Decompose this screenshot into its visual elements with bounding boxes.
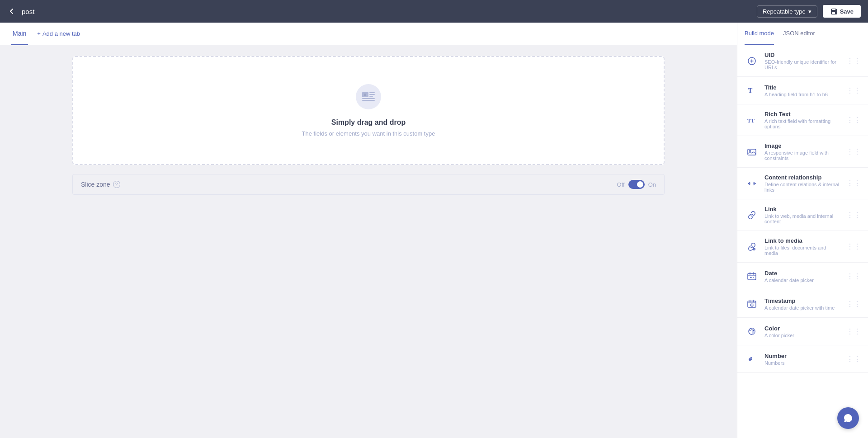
field-name-title: Title bbox=[764, 84, 841, 91]
field-drag-timestamp[interactable]: ⋮⋮ bbox=[846, 300, 861, 308]
field-desc-title: A heading field from h1 to h6 bbox=[764, 92, 841, 97]
page-title: post bbox=[22, 8, 34, 15]
svg-point-12 bbox=[753, 248, 755, 250]
field-name-content-relationship: Content relationship bbox=[764, 174, 841, 181]
svg-point-14 bbox=[750, 277, 751, 278]
svg-rect-2 bbox=[369, 92, 375, 93]
field-drag-uid[interactable]: ⋮⋮ bbox=[846, 57, 861, 65]
svg-text:TT: TT bbox=[747, 118, 755, 124]
field-name-link: Link bbox=[764, 206, 841, 212]
number-icon: # bbox=[745, 352, 759, 366]
drop-title: Simply drag and drop bbox=[331, 118, 406, 127]
svg-rect-13 bbox=[748, 273, 756, 280]
uid-icon bbox=[745, 54, 759, 68]
field-drag-link-to-media[interactable]: ⋮⋮ bbox=[846, 242, 861, 251]
field-item-link-to-media[interactable]: Link to media Link to files, documents a… bbox=[737, 231, 868, 263]
link-icon bbox=[745, 208, 759, 222]
drop-subtitle: The fields or elements you want in this … bbox=[302, 130, 435, 137]
field-item-content-relationship[interactable]: Content relationship Define content rela… bbox=[737, 168, 868, 199]
field-drag-rich-text[interactable]: ⋮⋮ bbox=[846, 116, 861, 124]
title-icon: T bbox=[745, 83, 759, 98]
field-item-number[interactable]: # Number Numbers ⋮⋮ bbox=[737, 345, 868, 373]
tab-build-mode[interactable]: Build mode bbox=[745, 23, 774, 45]
chat-button[interactable] bbox=[837, 407, 859, 429]
slice-zone-right: Off On bbox=[617, 180, 656, 189]
field-drag-content-relationship[interactable]: ⋮⋮ bbox=[846, 179, 861, 188]
field-item-title[interactable]: T Title A heading field from h1 to h6 ⋮⋮ bbox=[737, 77, 868, 104]
svg-point-22 bbox=[753, 330, 755, 331]
drop-icon bbox=[356, 84, 381, 109]
field-drag-link[interactable]: ⋮⋮ bbox=[846, 211, 861, 219]
svg-point-16 bbox=[753, 277, 754, 278]
field-info-link-to-media: Link to media Link to files, documents a… bbox=[764, 237, 841, 256]
link-to-media-icon bbox=[745, 240, 759, 254]
header: post Repeatable type ▾ Save bbox=[0, 0, 868, 23]
repeatable-type-button[interactable]: Repeatable type ▾ bbox=[757, 5, 817, 18]
field-info-number: Number Numbers bbox=[764, 353, 841, 366]
main-layout: Main + Add a new tab bbox=[0, 23, 868, 438]
field-desc-uid: SEO-friendly unique identifier for URLs bbox=[764, 59, 841, 70]
slice-zone-left: Slice zone ? bbox=[81, 181, 120, 188]
field-drag-color[interactable]: ⋮⋮ bbox=[846, 327, 861, 336]
save-label: Save bbox=[840, 8, 854, 15]
field-desc-timestamp: A calendar date picker with time bbox=[764, 305, 841, 311]
save-button[interactable]: Save bbox=[823, 5, 861, 18]
add-tab-button[interactable]: + Add a new tab bbox=[37, 30, 80, 37]
field-name-uid: UID bbox=[764, 52, 841, 58]
field-info-content-relationship: Content relationship Define content rela… bbox=[764, 174, 841, 193]
field-name-date: Date bbox=[764, 270, 841, 277]
field-desc-number: Numbers bbox=[764, 360, 841, 366]
right-panel-tabs: Build mode JSON editor bbox=[737, 23, 868, 45]
field-item-link[interactable]: Link Link to web, media and internal con… bbox=[737, 199, 868, 231]
tab-main[interactable]: Main bbox=[11, 23, 28, 45]
field-info-uid: UID SEO-friendly unique identifier for U… bbox=[764, 52, 841, 70]
back-button[interactable] bbox=[7, 7, 16, 16]
field-item-date[interactable]: Date A calendar date picker ⋮⋮ bbox=[737, 263, 868, 290]
svg-point-11 bbox=[749, 150, 751, 152]
field-item-timestamp[interactable]: Timestamp A calendar date picker with ti… bbox=[737, 290, 868, 318]
slice-zone-toggle[interactable] bbox=[628, 180, 645, 189]
right-panel: Build mode JSON editor UID SEO-friendly … bbox=[737, 23, 868, 438]
rich-text-icon: TT bbox=[745, 113, 759, 127]
svg-point-20 bbox=[750, 330, 751, 331]
field-info-title: Title A heading field from h1 to h6 bbox=[764, 84, 841, 97]
field-info-rich-text: Rich Text A rich text field with formatt… bbox=[764, 111, 841, 129]
slice-help-icon[interactable]: ? bbox=[113, 181, 120, 188]
field-desc-content-relationship: Define content relations & internal link… bbox=[764, 182, 841, 193]
field-drag-title[interactable]: ⋮⋮ bbox=[846, 86, 861, 95]
repeatable-type-label: Repeatable type bbox=[763, 8, 806, 15]
field-name-link-to-media: Link to media bbox=[764, 237, 841, 244]
field-drag-date[interactable]: ⋮⋮ bbox=[846, 272, 861, 281]
drop-zone[interactable]: Simply drag and drop The fields or eleme… bbox=[72, 56, 665, 165]
svg-text:#: # bbox=[749, 356, 752, 363]
dropdown-icon: ▾ bbox=[808, 8, 811, 15]
field-info-color: Color A color picker bbox=[764, 325, 841, 338]
image-icon bbox=[745, 145, 759, 159]
add-tab-icon: + bbox=[37, 30, 41, 37]
slice-zone-bar: Slice zone ? Off On bbox=[72, 174, 665, 195]
field-desc-color: A color picker bbox=[764, 333, 841, 338]
slice-zone-label: Slice zone bbox=[81, 181, 110, 188]
field-info-timestamp: Timestamp A calendar date picker with ti… bbox=[764, 297, 841, 311]
field-item-color[interactable]: Color A color picker ⋮⋮ bbox=[737, 318, 868, 345]
field-drag-image[interactable]: ⋮⋮ bbox=[846, 147, 861, 156]
field-drag-number[interactable]: ⋮⋮ bbox=[846, 355, 861, 363]
date-icon bbox=[745, 269, 759, 283]
field-name-image: Image bbox=[764, 142, 841, 149]
field-name-number: Number bbox=[764, 353, 841, 359]
svg-rect-5 bbox=[362, 98, 375, 99]
off-label: Off bbox=[617, 181, 625, 188]
field-name-color: Color bbox=[764, 325, 841, 332]
field-item-image[interactable]: Image A responsive image field with cons… bbox=[737, 136, 868, 168]
svg-point-21 bbox=[751, 329, 753, 330]
center-panel: Main + Add a new tab bbox=[0, 23, 737, 438]
tab-bar: Main + Add a new tab bbox=[0, 23, 737, 45]
field-item-rich-text[interactable]: TT Rich Text A rich text field with form… bbox=[737, 104, 868, 136]
svg-rect-6 bbox=[362, 100, 375, 101]
svg-rect-4 bbox=[369, 96, 373, 97]
header-left: post bbox=[7, 7, 34, 16]
tab-json-editor[interactable]: JSON editor bbox=[783, 23, 815, 45]
content-area: Simply drag and drop The fields or eleme… bbox=[0, 45, 737, 206]
field-item-uid[interactable]: UID SEO-friendly unique identifier for U… bbox=[737, 45, 868, 77]
timestamp-icon bbox=[745, 297, 759, 311]
